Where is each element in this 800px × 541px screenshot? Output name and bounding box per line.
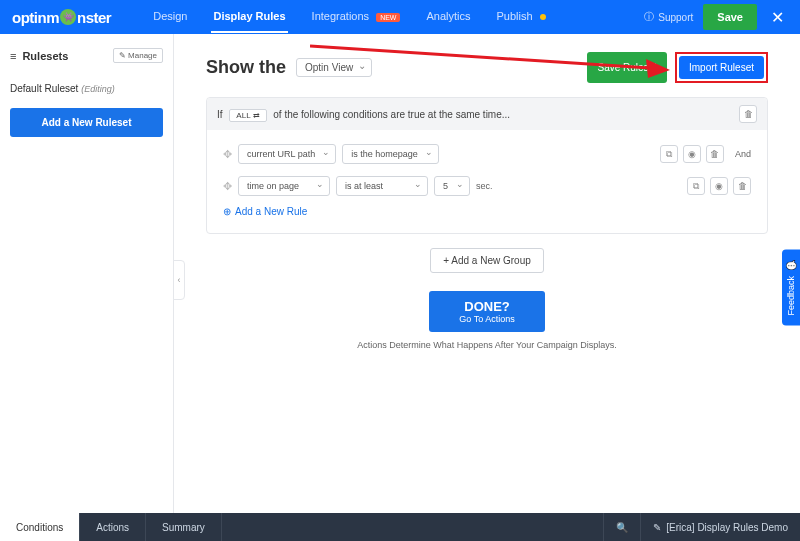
if-label: If — [217, 109, 223, 120]
rule-field-select[interactable]: time on page — [238, 176, 330, 196]
delete-rule-button[interactable]: 🗑 — [706, 145, 724, 163]
group-header-text: If ALL ⇄ of the following conditions are… — [217, 109, 510, 120]
bottom-tab-summary[interactable]: Summary — [146, 513, 222, 541]
match-mode-toggle[interactable]: ALL ⇄ — [229, 109, 266, 122]
nav-integrations-label: Integrations — [312, 10, 369, 22]
ruleset-item[interactable]: Default Ruleset (Editing) — [10, 73, 163, 108]
delete-group-button[interactable]: 🗑 — [739, 105, 757, 123]
brand-post: nster — [77, 9, 111, 26]
support-link[interactable]: ⓘ Support — [644, 10, 693, 24]
seconds-label: sec. — [476, 181, 493, 191]
page-title: Show the — [206, 57, 286, 78]
add-ruleset-button[interactable]: Add a New Ruleset — [10, 108, 163, 137]
pencil-icon: ✎ — [653, 522, 661, 533]
ruleset-editing-label: (Editing) — [81, 84, 115, 94]
rule-row: ✥ time on page is at least 5 sec. ⧉ ◉ 🗑 — [223, 170, 751, 202]
feedback-tab[interactable]: Feedback 💬 — [782, 250, 800, 326]
nav-publish-label: Publish — [497, 10, 533, 22]
drag-handle-icon[interactable]: ✥ — [223, 180, 232, 193]
toggle-rule-button[interactable]: ◉ — [683, 145, 701, 163]
actions-hint: Actions Determine What Happens After You… — [206, 340, 768, 350]
condition-group: If ALL ⇄ of the following conditions are… — [206, 97, 768, 234]
rule-operator-select[interactable]: is at least — [336, 176, 428, 196]
help-icon: ⓘ — [644, 10, 654, 24]
rule-row: ✥ current URL path is the homepage ⧉ ◉ 🗑… — [223, 138, 751, 170]
rule-operator-select[interactable]: is the homepage — [342, 144, 439, 164]
brand-pre: optinm — [12, 9, 59, 26]
search-icon: 🔍 — [616, 522, 628, 533]
copy-rule-button[interactable]: ⧉ — [687, 177, 705, 195]
campaign-name-button[interactable]: ✎ [Erica] Display Rules Demo — [640, 513, 800, 541]
chat-icon: 💬 — [786, 260, 796, 271]
done-label: DONE? — [459, 299, 514, 314]
go-to-actions-label: Go To Actions — [459, 314, 514, 324]
ruleset-name: Default Ruleset — [10, 83, 78, 94]
add-rule-label: Add a New Rule — [235, 206, 307, 217]
view-select[interactable]: Optin View — [296, 58, 372, 77]
brand-logo: optinm 👾 nster — [12, 9, 111, 26]
nav-analytics[interactable]: Analytics — [424, 1, 472, 33]
rule-value-input[interactable]: 5 — [434, 176, 470, 196]
nav-design[interactable]: Design — [151, 1, 189, 33]
drag-handle-icon[interactable]: ✥ — [223, 148, 232, 161]
plus-circle-icon: ⊕ — [223, 206, 231, 217]
bottom-search-button[interactable]: 🔍 — [603, 513, 640, 541]
sidebar-collapse-handle[interactable]: ‹ — [173, 260, 185, 300]
rule-field-select[interactable]: current URL path — [238, 144, 336, 164]
and-connector: And — [735, 149, 751, 159]
annotation-highlight: Import Ruleset — [675, 52, 768, 83]
new-badge: NEW — [376, 13, 400, 22]
campaign-name: [Erica] Display Rules Demo — [666, 522, 788, 533]
save-ruleset-button[interactable]: Save Ruleset — [587, 52, 666, 83]
close-button[interactable]: ✕ — [767, 8, 788, 27]
publish-status-dot-icon — [540, 14, 546, 20]
nav-publish[interactable]: Publish — [495, 1, 548, 33]
manage-rulesets-button[interactable]: ✎ Manage — [113, 48, 163, 63]
copy-rule-button[interactable]: ⧉ — [660, 145, 678, 163]
delete-rule-button[interactable]: 🗑 — [733, 177, 751, 195]
bottom-tab-actions[interactable]: Actions — [80, 513, 146, 541]
support-label: Support — [658, 12, 693, 23]
import-ruleset-button[interactable]: Import Ruleset — [679, 56, 764, 79]
bottom-tab-conditions[interactable]: Conditions — [0, 513, 80, 541]
add-group-button[interactable]: + Add a New Group — [430, 248, 544, 273]
add-rule-link[interactable]: ⊕ Add a New Rule — [223, 202, 307, 221]
done-go-to-actions-button[interactable]: DONE? Go To Actions — [429, 291, 544, 332]
brand-mascot-icon: 👾 — [60, 9, 76, 25]
feedback-label: Feedback — [786, 276, 796, 316]
toggle-rule-button[interactable]: ◉ — [710, 177, 728, 195]
list-icon: ≡ — [10, 50, 16, 62]
nav-display-rules[interactable]: Display Rules — [211, 1, 287, 33]
save-button[interactable]: Save — [703, 4, 757, 30]
conditions-label: of the following conditions are true at … — [273, 109, 510, 120]
sidebar-title: Rulesets — [22, 50, 68, 62]
nav-integrations[interactable]: Integrations NEW — [310, 1, 403, 33]
